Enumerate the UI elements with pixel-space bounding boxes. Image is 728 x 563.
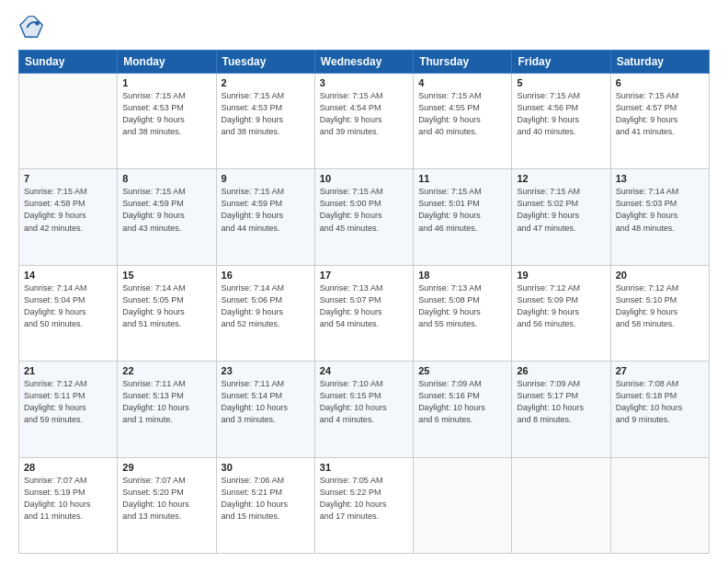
- header-row: SundayMondayTuesdayWednesdayThursdayFrid…: [19, 51, 710, 74]
- calendar-cell: 6Sunrise: 7:15 AMSunset: 4:57 PMDaylight…: [610, 74, 709, 169]
- page: SundayMondayTuesdayWednesdayThursdayFrid…: [0, 0, 728, 563]
- day-number: 7: [24, 173, 112, 184]
- calendar-cell: 21Sunrise: 7:12 AMSunset: 5:11 PMDayligh…: [19, 362, 118, 457]
- calendar-week-5: 28Sunrise: 7:07 AMSunset: 5:19 PMDayligh…: [19, 457, 710, 553]
- calendar-cell: 13Sunrise: 7:14 AMSunset: 5:03 PMDayligh…: [610, 169, 709, 265]
- calendar-cell: 1Sunrise: 7:15 AMSunset: 4:53 PMDaylight…: [118, 74, 216, 169]
- day-info: Sunrise: 7:11 AMSunset: 5:13 PMDaylight:…: [122, 378, 210, 426]
- day-number: 12: [517, 173, 605, 184]
- logo: [18, 15, 48, 40]
- calendar-cell: 11Sunrise: 7:15 AMSunset: 5:01 PMDayligh…: [414, 169, 512, 265]
- calendar-cell: 22Sunrise: 7:11 AMSunset: 5:13 PMDayligh…: [118, 362, 216, 457]
- calendar-cell: 31Sunrise: 7:05 AMSunset: 5:22 PMDayligh…: [314, 457, 413, 553]
- calendar-cell: 7Sunrise: 7:15 AMSunset: 4:58 PMDaylight…: [19, 169, 118, 265]
- calendar-cell: 16Sunrise: 7:14 AMSunset: 5:06 PMDayligh…: [216, 265, 314, 361]
- day-number: 14: [24, 270, 112, 281]
- day-info: Sunrise: 7:12 AMSunset: 5:09 PMDaylight:…: [517, 282, 605, 330]
- day-number: 17: [320, 270, 408, 281]
- day-info: Sunrise: 7:10 AMSunset: 5:15 PMDaylight:…: [320, 378, 408, 426]
- calendar-cell: 19Sunrise: 7:12 AMSunset: 5:09 PMDayligh…: [512, 265, 610, 361]
- calendar-cell: 2Sunrise: 7:15 AMSunset: 4:53 PMDaylight…: [216, 74, 314, 169]
- calendar-cell: [610, 457, 709, 553]
- day-info: Sunrise: 7:15 AMSunset: 4:55 PMDaylight:…: [418, 90, 506, 138]
- calendar-cell: 29Sunrise: 7:07 AMSunset: 5:20 PMDayligh…: [118, 457, 216, 553]
- day-number: 6: [616, 77, 704, 88]
- calendar-body: 1Sunrise: 7:15 AMSunset: 4:53 PMDaylight…: [19, 74, 710, 554]
- calendar-week-2: 7Sunrise: 7:15 AMSunset: 4:58 PMDaylight…: [19, 169, 710, 265]
- calendar-header: SundayMondayTuesdayWednesdayThursdayFrid…: [19, 51, 710, 74]
- day-number: 15: [122, 270, 210, 281]
- day-number: 20: [616, 270, 704, 281]
- calendar-week-4: 21Sunrise: 7:12 AMSunset: 5:11 PMDayligh…: [19, 362, 710, 457]
- header-cell-wednesday: Wednesday: [314, 51, 413, 74]
- day-number: 24: [320, 365, 408, 376]
- day-number: 29: [122, 462, 210, 473]
- logo-icon: [18, 15, 44, 40]
- day-number: 27: [616, 365, 704, 376]
- day-number: 23: [222, 365, 310, 376]
- day-info: Sunrise: 7:15 AMSunset: 4:53 PMDaylight:…: [122, 90, 210, 138]
- day-number: 2: [222, 77, 310, 88]
- day-info: Sunrise: 7:07 AMSunset: 5:19 PMDaylight:…: [24, 475, 112, 523]
- day-number: 8: [122, 173, 210, 184]
- calendar-cell: 26Sunrise: 7:09 AMSunset: 5:17 PMDayligh…: [512, 362, 610, 457]
- header-cell-thursday: Thursday: [414, 51, 512, 74]
- day-info: Sunrise: 7:11 AMSunset: 5:14 PMDaylight:…: [222, 378, 310, 426]
- header-cell-tuesday: Tuesday: [216, 51, 314, 74]
- calendar-cell: 14Sunrise: 7:14 AMSunset: 5:04 PMDayligh…: [19, 265, 118, 361]
- day-number: 16: [222, 270, 310, 281]
- day-number: 10: [320, 173, 408, 184]
- day-info: Sunrise: 7:15 AMSunset: 4:53 PMDaylight:…: [222, 90, 310, 138]
- day-info: Sunrise: 7:12 AMSunset: 5:11 PMDaylight:…: [24, 378, 112, 426]
- day-info: Sunrise: 7:15 AMSunset: 4:58 PMDaylight:…: [24, 186, 112, 234]
- calendar-cell: 28Sunrise: 7:07 AMSunset: 5:19 PMDayligh…: [19, 457, 118, 553]
- day-info: Sunrise: 7:15 AMSunset: 5:00 PMDaylight:…: [320, 186, 408, 234]
- calendar-cell: 15Sunrise: 7:14 AMSunset: 5:05 PMDayligh…: [118, 265, 216, 361]
- day-number: 13: [616, 173, 704, 184]
- svg-point-2: [35, 21, 40, 26]
- calendar-table: SundayMondayTuesdayWednesdayThursdayFrid…: [18, 50, 710, 554]
- calendar-week-3: 14Sunrise: 7:14 AMSunset: 5:04 PMDayligh…: [19, 265, 710, 361]
- calendar-cell: 23Sunrise: 7:11 AMSunset: 5:14 PMDayligh…: [216, 362, 314, 457]
- day-number: 21: [24, 365, 112, 376]
- calendar-cell: [414, 457, 512, 553]
- day-info: Sunrise: 7:13 AMSunset: 5:07 PMDaylight:…: [320, 282, 408, 330]
- calendar-week-1: 1Sunrise: 7:15 AMSunset: 4:53 PMDaylight…: [19, 74, 710, 169]
- calendar-cell: 17Sunrise: 7:13 AMSunset: 5:07 PMDayligh…: [314, 265, 413, 361]
- day-number: 9: [222, 173, 310, 184]
- header-cell-sunday: Sunday: [19, 51, 118, 74]
- calendar-cell: 5Sunrise: 7:15 AMSunset: 4:56 PMDaylight…: [512, 74, 610, 169]
- day-info: Sunrise: 7:06 AMSunset: 5:21 PMDaylight:…: [222, 475, 310, 523]
- calendar-cell: 18Sunrise: 7:13 AMSunset: 5:08 PMDayligh…: [414, 265, 512, 361]
- day-number: 26: [517, 365, 605, 376]
- header-cell-saturday: Saturday: [610, 51, 709, 74]
- day-info: Sunrise: 7:15 AMSunset: 4:56 PMDaylight:…: [517, 90, 605, 138]
- day-info: Sunrise: 7:15 AMSunset: 5:02 PMDaylight:…: [517, 186, 605, 234]
- day-info: Sunrise: 7:14 AMSunset: 5:06 PMDaylight:…: [222, 282, 310, 330]
- calendar-cell: [512, 457, 610, 553]
- day-info: Sunrise: 7:15 AMSunset: 4:57 PMDaylight:…: [616, 90, 704, 138]
- calendar-cell: 10Sunrise: 7:15 AMSunset: 5:00 PMDayligh…: [314, 169, 413, 265]
- calendar-cell: 3Sunrise: 7:15 AMSunset: 4:54 PMDaylight…: [314, 74, 413, 169]
- header-cell-monday: Monday: [118, 51, 216, 74]
- day-number: 4: [418, 77, 506, 88]
- day-number: 1: [122, 77, 210, 88]
- day-info: Sunrise: 7:13 AMSunset: 5:08 PMDaylight:…: [418, 282, 506, 330]
- day-number: 22: [122, 365, 210, 376]
- day-info: Sunrise: 7:08 AMSunset: 5:18 PMDaylight:…: [616, 378, 704, 426]
- calendar-cell: 30Sunrise: 7:06 AMSunset: 5:21 PMDayligh…: [216, 457, 314, 553]
- day-info: Sunrise: 7:15 AMSunset: 4:59 PMDaylight:…: [122, 186, 210, 234]
- day-info: Sunrise: 7:09 AMSunset: 5:17 PMDaylight:…: [517, 378, 605, 426]
- day-number: 25: [418, 365, 506, 376]
- header: [18, 15, 710, 40]
- day-info: Sunrise: 7:09 AMSunset: 5:16 PMDaylight:…: [418, 378, 506, 426]
- day-number: 11: [418, 173, 506, 184]
- day-number: 31: [320, 462, 408, 473]
- day-info: Sunrise: 7:14 AMSunset: 5:05 PMDaylight:…: [122, 282, 210, 330]
- calendar-cell: 8Sunrise: 7:15 AMSunset: 4:59 PMDaylight…: [118, 169, 216, 265]
- day-info: Sunrise: 7:12 AMSunset: 5:10 PMDaylight:…: [616, 282, 704, 330]
- calendar-cell: 24Sunrise: 7:10 AMSunset: 5:15 PMDayligh…: [314, 362, 413, 457]
- day-info: Sunrise: 7:15 AMSunset: 5:01 PMDaylight:…: [418, 186, 506, 234]
- calendar-cell: 9Sunrise: 7:15 AMSunset: 4:59 PMDaylight…: [216, 169, 314, 265]
- day-number: 28: [24, 462, 112, 473]
